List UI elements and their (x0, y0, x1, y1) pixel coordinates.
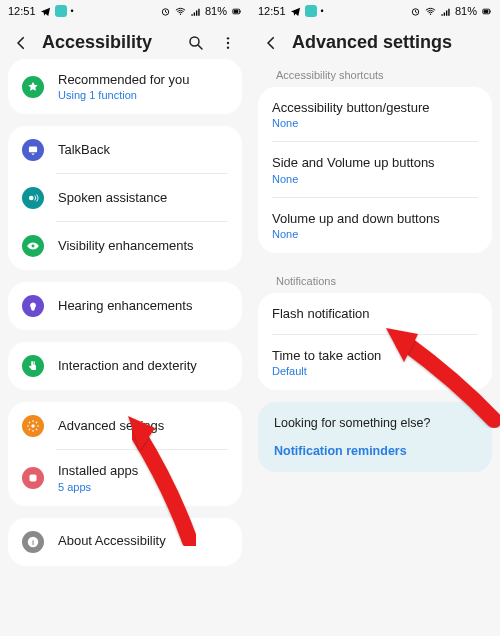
svg-point-7 (227, 41, 229, 43)
settings-item[interactable]: Volume up and down buttonsNone (258, 198, 492, 253)
settings-item[interactable]: Visibility enhancements (8, 222, 242, 270)
settings-item[interactable]: Side and Volume up buttonsNone (258, 142, 492, 197)
telegram-icon (290, 6, 301, 17)
svg-point-11 (32, 245, 35, 248)
settings-group: Accessibility button/gestureNoneSide and… (258, 87, 492, 253)
app-badge-icon (305, 5, 317, 17)
more-button[interactable] (218, 33, 238, 53)
settings-item[interactable]: Advanced settings (8, 402, 242, 450)
settings-group: iAbout Accessibility (8, 518, 242, 566)
item-label: Flash notification (272, 306, 370, 322)
visibility-icon (22, 235, 44, 257)
page-title: Accessibility (42, 32, 174, 53)
settings-item[interactable]: Interaction and dexterity (8, 342, 242, 390)
item-label: Side and Volume up buttons (272, 155, 435, 171)
svg-rect-9 (29, 147, 37, 153)
battery-percent: 81% (455, 5, 477, 17)
header: Accessibility (0, 22, 250, 59)
svg-point-12 (31, 425, 35, 429)
svg-rect-20 (484, 10, 489, 13)
settings-group: Flash notificationTime to take actionDef… (258, 293, 492, 391)
item-label: Volume up and down buttons (272, 211, 440, 227)
settings-item[interactable]: TalkBack (8, 126, 242, 174)
svg-rect-19 (490, 10, 491, 12)
svg-point-5 (190, 37, 199, 46)
item-subtext: 5 apps (58, 481, 138, 493)
suggestion-question: Looking for something else? (274, 416, 476, 430)
settings-group: TalkBackSpoken assistanceVisibility enha… (8, 126, 242, 270)
section-header: Accessibility shortcuts (258, 59, 492, 87)
hearing-icon (22, 295, 44, 317)
item-subtext: Default (272, 365, 381, 377)
item-label: Accessibility button/gesture (272, 100, 430, 116)
item-subtext: None (272, 173, 435, 185)
battery-icon (481, 6, 492, 17)
item-subtext: Using 1 function (58, 89, 190, 101)
suggestion-link[interactable]: Notification reminders (274, 444, 476, 458)
advanced-icon (22, 415, 44, 437)
advanced-settings-screen: 12:51 • 81% Advanced settings Accessibil… (250, 0, 500, 636)
item-label: Recommended for you (58, 72, 190, 88)
settings-group: Interaction and dexterity (8, 342, 242, 390)
wifi-icon (175, 6, 186, 17)
settings-item[interactable]: Spoken assistance (8, 174, 242, 222)
item-label: About Accessibility (58, 533, 166, 549)
status-time: 12:51 (258, 5, 286, 17)
settings-item[interactable]: Time to take actionDefault (258, 335, 492, 390)
settings-list: Accessibility shortcutsAccessibility but… (250, 59, 500, 494)
talkback-icon (22, 139, 44, 161)
item-label: Advanced settings (58, 418, 164, 434)
accessibility-screen: 12:51 • 81% Accessibility Recommended fo… (0, 0, 250, 636)
installed-icon (22, 467, 44, 489)
item-subtext: None (272, 228, 440, 240)
about-icon: i (22, 531, 44, 553)
back-button[interactable] (12, 34, 30, 52)
section-header: Notifications (258, 265, 492, 293)
battery-icon (231, 6, 242, 17)
battery-percent: 81% (205, 5, 227, 17)
settings-item[interactable]: Hearing enhancements (8, 282, 242, 330)
app-badge-icon (55, 5, 67, 17)
svg-text:i: i (32, 537, 34, 546)
interaction-icon (22, 355, 44, 377)
status-time: 12:51 (8, 5, 36, 17)
settings-list: Recommended for youUsing 1 functionTalkB… (0, 59, 250, 588)
settings-item[interactable]: Flash notification (258, 293, 492, 335)
item-label: Installed apps (58, 463, 138, 479)
item-subtext: None (272, 117, 430, 129)
status-dot-icon: • (321, 6, 324, 16)
header: Advanced settings (250, 22, 500, 59)
signal-icon (190, 6, 201, 17)
alarm-icon (410, 6, 421, 17)
svg-rect-4 (234, 10, 239, 13)
svg-rect-13 (30, 474, 37, 481)
settings-item[interactable]: iAbout Accessibility (8, 518, 242, 566)
page-title: Advanced settings (292, 32, 488, 53)
item-label: Hearing enhancements (58, 298, 192, 314)
svg-point-1 (180, 13, 181, 14)
item-label: TalkBack (58, 142, 110, 158)
spoken-icon (22, 187, 44, 209)
svg-point-8 (227, 46, 229, 48)
signal-icon (440, 6, 451, 17)
item-label: Time to take action (272, 348, 381, 364)
item-label: Visibility enhancements (58, 238, 194, 254)
item-label: Spoken assistance (58, 190, 167, 206)
settings-item[interactable]: Installed apps5 apps (8, 450, 242, 505)
svg-rect-3 (240, 10, 241, 12)
settings-item[interactable]: Recommended for youUsing 1 function (8, 59, 242, 114)
telegram-icon (40, 6, 51, 17)
svg-point-17 (430, 13, 431, 14)
settings-group: Recommended for youUsing 1 function (8, 59, 242, 114)
back-button[interactable] (262, 34, 280, 52)
settings-group: Advanced settingsInstalled apps5 apps (8, 402, 242, 505)
settings-group: Hearing enhancements (8, 282, 242, 330)
alarm-icon (160, 6, 171, 17)
search-button[interactable] (186, 33, 206, 53)
status-bar: 12:51 • 81% (0, 0, 250, 22)
item-label: Interaction and dexterity (58, 358, 197, 374)
wifi-icon (425, 6, 436, 17)
settings-item[interactable]: Accessibility button/gestureNone (258, 87, 492, 142)
suggestion-card: Looking for something else?Notification … (258, 402, 492, 472)
svg-point-10 (29, 196, 34, 201)
